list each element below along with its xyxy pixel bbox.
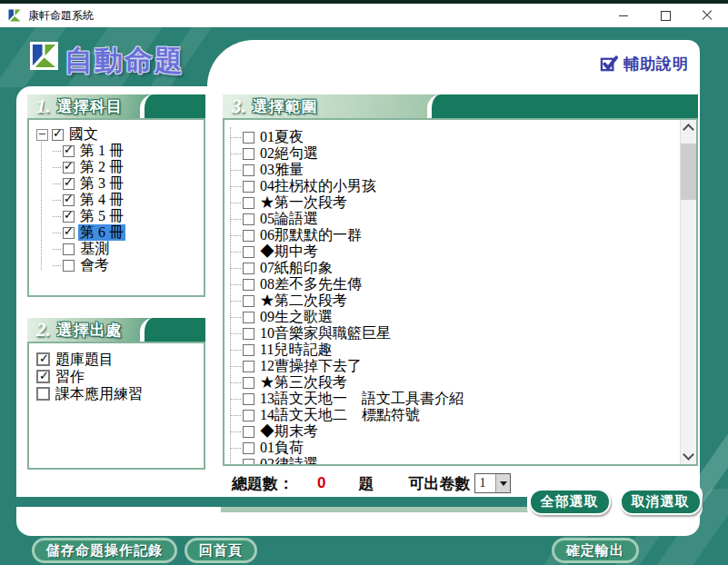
checkbox[interactable]: [243, 442, 254, 454]
checkbox[interactable]: [243, 279, 254, 291]
scope-item[interactable]: 05論語選: [230, 211, 696, 227]
scope-item-label[interactable]: 09生之歌選: [258, 309, 334, 325]
tree-item-label[interactable]: 第 3 冊: [78, 175, 125, 192]
checkbox[interactable]: [63, 145, 75, 157]
scope-item[interactable]: 01負荷: [230, 440, 696, 456]
checkbox[interactable]: [52, 129, 64, 141]
source-item-label[interactable]: 習作: [54, 369, 86, 385]
copies-dropdown-button[interactable]: [495, 474, 510, 492]
scope-item-label[interactable]: ★第三次段考: [258, 374, 349, 391]
tree-item-label[interactable]: 第 1 冊: [78, 143, 125, 159]
scope-item[interactable]: 04拄柺杖的小男孩: [230, 178, 696, 194]
tree-item[interactable]: 基測: [53, 241, 204, 257]
scope-item-label[interactable]: ◆期末考: [258, 423, 320, 440]
checkbox[interactable]: [243, 328, 254, 340]
checkbox[interactable]: [36, 352, 50, 366]
tree-item-label[interactable]: 第 4 冊: [78, 192, 125, 208]
scope-item[interactable]: 06那默默的一群: [230, 227, 696, 243]
scope-item-label[interactable]: 03雅量: [258, 162, 305, 178]
source-item[interactable]: 題庫題目: [36, 351, 204, 368]
scope-item-label[interactable]: 02絕句選: [258, 145, 320, 162]
checkbox[interactable]: [63, 178, 75, 190]
scrollbar-up-button[interactable]: [681, 120, 696, 135]
tree-item-label[interactable]: 會考: [78, 257, 111, 273]
scope-item-label[interactable]: 05論語選: [258, 211, 320, 227]
tree-root-label[interactable]: 國文: [67, 126, 100, 143]
home-button[interactable]: 回首頁: [184, 538, 257, 563]
checkbox[interactable]: [243, 164, 254, 176]
tree-item[interactable]: 第 2 冊: [53, 159, 204, 175]
scope-item[interactable]: 03雅量: [230, 162, 696, 178]
tree-root-row[interactable]: 國文: [36, 126, 204, 143]
tree-item[interactable]: 第 1 冊: [53, 143, 204, 159]
scope-item-label[interactable]: 01負荷: [258, 440, 305, 456]
tree-item[interactable]: 會考: [53, 257, 204, 273]
checkbox[interactable]: [243, 246, 254, 258]
scope-item-label[interactable]: 10音樂家與職籃巨星: [258, 325, 393, 342]
checkbox[interactable]: [243, 426, 254, 438]
scope-item-label[interactable]: 08差不多先生傳: [258, 276, 364, 292]
tree-item-label[interactable]: 第 5 冊: [78, 208, 125, 224]
scope-item[interactable]: ★第二次段考: [230, 292, 696, 309]
tree-item[interactable]: 第 6 冊: [53, 224, 204, 241]
copies-select[interactable]: 1: [474, 473, 511, 493]
source-item-label[interactable]: 課本應用練習: [54, 386, 145, 402]
deselect-all-button[interactable]: 取消選取: [620, 489, 702, 515]
scope-item[interactable]: 01夏夜: [230, 129, 696, 145]
tree-item-label[interactable]: 基測: [78, 241, 111, 257]
scrollbar-thumb[interactable]: [681, 144, 696, 200]
scope-item-label[interactable]: 07紙船印象: [258, 260, 334, 276]
checkbox[interactable]: [63, 211, 75, 223]
checkbox[interactable]: [63, 227, 75, 239]
checkbox[interactable]: [243, 197, 254, 209]
checkbox[interactable]: [243, 295, 254, 307]
scope-item[interactable]: ★第一次段考: [230, 194, 696, 211]
scope-item[interactable]: 09生之歌選: [230, 309, 696, 325]
scope-item-label[interactable]: 11兒時記趣: [258, 342, 334, 358]
confirm-output-button[interactable]: 確定輸出: [552, 538, 639, 563]
scope-item[interactable]: 12曹操掉下去了: [230, 358, 696, 374]
source-item-label[interactable]: 題庫題目: [54, 352, 115, 368]
checkbox[interactable]: [243, 132, 254, 144]
checkbox[interactable]: [243, 213, 254, 225]
checkbox[interactable]: [243, 263, 254, 274]
checkbox[interactable]: [243, 148, 254, 160]
scope-item-label[interactable]: ★第一次段考: [258, 194, 349, 211]
maximize-button[interactable]: [644, 4, 686, 27]
tree-item-label[interactable]: 第 6 冊: [78, 224, 125, 241]
tree-item[interactable]: 第 5 冊: [53, 208, 204, 224]
checkbox[interactable]: [243, 459, 254, 467]
source-item[interactable]: 習作: [36, 368, 204, 385]
scope-item-label[interactable]: 13語文天地一 語文工具書介紹: [258, 391, 465, 407]
scope-item-label[interactable]: 12曹操掉下去了: [258, 358, 364, 374]
scope-item-label[interactable]: ◆期中考: [258, 243, 320, 260]
scope-item[interactable]: 13語文天地一 語文工具書介紹: [230, 391, 696, 407]
checkbox[interactable]: [243, 181, 254, 193]
scope-item[interactable]: 14語文天地二 標點符號: [230, 407, 696, 423]
scope-item-label[interactable]: 02律詩選: [258, 456, 320, 466]
scope-item[interactable]: 08差不多先生傳: [230, 276, 696, 292]
scope-item-label[interactable]: 04拄柺杖的小男孩: [258, 178, 378, 194]
select-all-button[interactable]: 全部選取: [529, 489, 611, 515]
checkbox[interactable]: [243, 410, 254, 421]
scope-item[interactable]: 02絕句選: [230, 145, 696, 162]
scope-item[interactable]: 10音樂家與職籃巨星: [230, 325, 696, 342]
checkbox[interactable]: [243, 393, 254, 405]
scope-item-label[interactable]: ★第二次段考: [258, 292, 349, 309]
checkbox[interactable]: [243, 361, 254, 372]
checkbox[interactable]: [243, 344, 254, 356]
tree-item[interactable]: 第 4 冊: [53, 192, 204, 208]
scope-item[interactable]: ◆期中考: [230, 243, 696, 260]
checkbox[interactable]: [63, 162, 75, 173]
scope-item-label[interactable]: 06那默默的一群: [258, 227, 364, 243]
checkbox[interactable]: [63, 194, 75, 206]
scope-item[interactable]: 02律詩選: [230, 456, 696, 466]
scope-item[interactable]: 07紙船印象: [230, 260, 696, 276]
help-button[interactable]: 輔助說明: [600, 54, 689, 74]
scope-item-label[interactable]: 01夏夜: [258, 129, 305, 145]
scope-item-label[interactable]: 14語文天地二 標點符號: [258, 407, 422, 423]
checkbox[interactable]: [63, 260, 75, 272]
scrollbar[interactable]: [680, 120, 696, 464]
checkbox[interactable]: [36, 387, 50, 401]
tree-item-label[interactable]: 第 2 冊: [78, 159, 125, 175]
